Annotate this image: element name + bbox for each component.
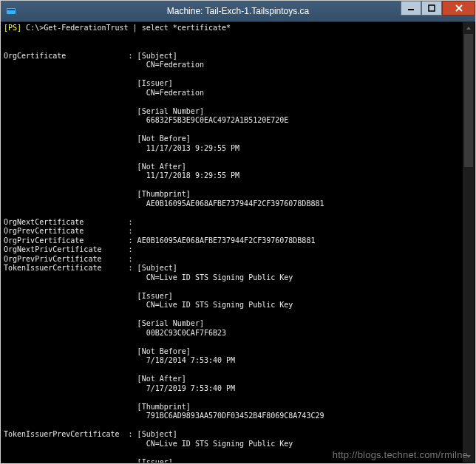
window-title: Machine: Tail-Exch-1.Tailspintoys.ca (167, 6, 310, 16)
app-icon (5, 5, 17, 17)
watermark-text: http://blogs.technet.com/rmilne (333, 449, 468, 460)
console-area[interactable]: [PS] C:\>Get-FederationTrust | select *c… (1, 21, 475, 463)
maximize-button[interactable] (421, 1, 442, 16)
vertical-scrollbar[interactable] (462, 22, 475, 463)
scroll-track[interactable] (463, 34, 475, 451)
svg-rect-1 (7, 9, 15, 10)
scroll-up-button[interactable] (463, 22, 475, 34)
svg-marker-6 (466, 27, 471, 30)
minimize-button[interactable] (401, 1, 421, 16)
svg-rect-3 (429, 5, 435, 11)
close-button[interactable] (442, 1, 475, 16)
window-titlebar[interactable]: Machine: Tail-Exch-1.Tailspintoys.ca (1, 1, 475, 21)
scroll-thumb[interactable] (464, 34, 473, 167)
